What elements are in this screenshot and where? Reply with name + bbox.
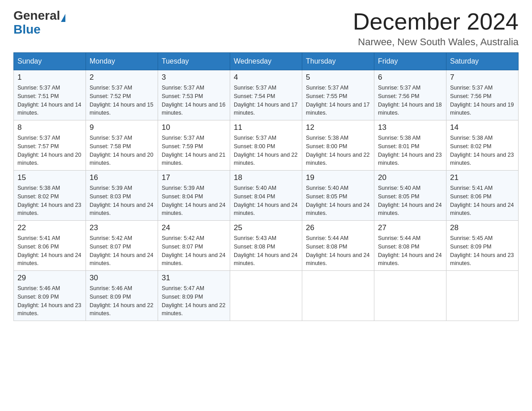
- sunrise-label: Sunrise: 5:37 AM: [90, 135, 132, 141]
- daylight-label: Daylight: 14 hours and 24 minutes.: [90, 202, 153, 217]
- sunrise-label: Sunrise: 5:37 AM: [306, 85, 348, 91]
- day-cell: 13 Sunrise: 5:38 AM Sunset: 8:01 PM Dayl…: [374, 120, 446, 171]
- sunrise-label: Sunrise: 5:37 AM: [17, 135, 60, 141]
- week-row-5: 29 Sunrise: 5:46 AM Sunset: 8:09 PM Dayl…: [14, 271, 519, 321]
- daylight-label: Daylight: 14 hours and 24 minutes.: [17, 252, 81, 267]
- daylight-label: Daylight: 14 hours and 24 minutes.: [234, 252, 297, 267]
- day-cell: 20 Sunrise: 5:40 AM Sunset: 8:05 PM Dayl…: [374, 171, 446, 221]
- day-info: Sunrise: 5:38 AM Sunset: 8:00 PM Dayligh…: [306, 134, 370, 167]
- sunset-label: Sunset: 7:52 PM: [90, 93, 131, 99]
- sunset-label: Sunset: 8:09 PM: [162, 294, 203, 300]
- sunset-label: Sunset: 7:59 PM: [162, 143, 203, 150]
- day-cell: 17 Sunrise: 5:39 AM Sunset: 8:04 PM Dayl…: [158, 171, 230, 221]
- month-title: December 2024: [353, 9, 519, 34]
- title-section: December 2024 Narwee, New South Wales, A…: [353, 9, 519, 48]
- day-info: Sunrise: 5:37 AM Sunset: 7:59 PM Dayligh…: [162, 134, 226, 167]
- day-info: Sunrise: 5:45 AM Sunset: 8:09 PM Dayligh…: [450, 234, 515, 268]
- sunrise-label: Sunrise: 5:46 AM: [90, 285, 132, 291]
- logo-blue-text: Blue: [13, 22, 41, 36]
- sunrise-label: Sunrise: 5:37 AM: [234, 135, 276, 141]
- day-cell: 2 Sunrise: 5:37 AM Sunset: 7:52 PM Dayli…: [86, 70, 158, 120]
- sunrise-label: Sunrise: 5:38 AM: [17, 185, 60, 191]
- daylight-label: Daylight: 14 hours and 24 minutes.: [306, 202, 369, 217]
- day-info: Sunrise: 5:37 AM Sunset: 7:54 PM Dayligh…: [234, 84, 298, 117]
- daylight-label: Daylight: 14 hours and 22 minutes.: [90, 302, 153, 317]
- day-number: 12: [306, 123, 370, 132]
- sunset-label: Sunset: 8:05 PM: [378, 193, 419, 200]
- sunrise-label: Sunrise: 5:38 AM: [378, 135, 420, 141]
- sunset-label: Sunset: 8:08 PM: [306, 244, 347, 250]
- daylight-label: Daylight: 14 hours and 24 minutes.: [378, 202, 442, 217]
- week-row-1: 1 Sunrise: 5:37 AM Sunset: 7:51 PM Dayli…: [14, 70, 519, 120]
- sunrise-label: Sunrise: 5:43 AM: [234, 235, 276, 241]
- sunset-label: Sunset: 8:01 PM: [378, 143, 419, 150]
- sunrise-label: Sunrise: 5:37 AM: [378, 85, 420, 91]
- day-cell: 14 Sunrise: 5:38 AM Sunset: 8:02 PM Dayl…: [446, 120, 519, 171]
- day-number: 6: [378, 73, 442, 82]
- day-info: Sunrise: 5:46 AM Sunset: 8:09 PM Dayligh…: [90, 284, 154, 318]
- day-info: Sunrise: 5:37 AM Sunset: 7:57 PM Dayligh…: [17, 134, 82, 167]
- day-info: Sunrise: 5:38 AM Sunset: 8:02 PM Dayligh…: [17, 184, 82, 218]
- day-info: Sunrise: 5:41 AM Sunset: 8:06 PM Dayligh…: [450, 184, 515, 218]
- day-cell: [302, 271, 374, 321]
- day-number: 27: [378, 223, 442, 232]
- daylight-label: Daylight: 14 hours and 19 minutes.: [450, 102, 514, 116]
- daylight-label: Daylight: 14 hours and 24 minutes.: [450, 202, 514, 217]
- daylight-label: Daylight: 14 hours and 16 minutes.: [162, 102, 225, 116]
- logo-general-line: General: [13, 9, 65, 23]
- day-number: 22: [17, 223, 82, 232]
- sunrise-label: Sunrise: 5:37 AM: [234, 85, 276, 91]
- day-number: 16: [90, 173, 154, 182]
- sunset-label: Sunset: 8:06 PM: [450, 193, 491, 200]
- sunset-label: Sunset: 7:56 PM: [378, 93, 419, 99]
- day-cell: 6 Sunrise: 5:37 AM Sunset: 7:56 PM Dayli…: [374, 70, 446, 120]
- day-info: Sunrise: 5:39 AM Sunset: 8:03 PM Dayligh…: [90, 184, 154, 218]
- day-info: Sunrise: 5:37 AM Sunset: 7:53 PM Dayligh…: [162, 84, 226, 117]
- day-number: 11: [234, 123, 298, 132]
- day-cell: 25 Sunrise: 5:43 AM Sunset: 8:08 PM Dayl…: [230, 221, 302, 271]
- daylight-label: Daylight: 14 hours and 20 minutes.: [90, 152, 153, 167]
- day-info: Sunrise: 5:43 AM Sunset: 8:08 PM Dayligh…: [234, 234, 298, 268]
- day-number: 23: [90, 223, 154, 232]
- sunset-label: Sunset: 8:09 PM: [17, 294, 59, 300]
- sunrise-label: Sunrise: 5:42 AM: [90, 235, 132, 241]
- daylight-label: Daylight: 14 hours and 15 minutes.: [90, 102, 153, 116]
- day-cell: 16 Sunrise: 5:39 AM Sunset: 8:03 PM Dayl…: [86, 171, 158, 221]
- sunset-label: Sunset: 7:54 PM: [234, 93, 275, 99]
- sunset-label: Sunset: 8:08 PM: [234, 244, 275, 250]
- sunset-label: Sunset: 8:03 PM: [90, 193, 131, 200]
- logo-blue-line: Blue: [13, 23, 41, 37]
- sunrise-label: Sunrise: 5:41 AM: [17, 235, 60, 241]
- day-cell: [374, 271, 446, 321]
- location-text: Narwee, New South Wales, Australia: [353, 36, 519, 48]
- sunset-label: Sunset: 8:00 PM: [306, 143, 347, 150]
- daylight-label: Daylight: 14 hours and 24 minutes.: [234, 202, 297, 217]
- day-cell: 29 Sunrise: 5:46 AM Sunset: 8:09 PM Dayl…: [14, 271, 86, 321]
- sunrise-label: Sunrise: 5:42 AM: [162, 235, 204, 241]
- sunrise-label: Sunrise: 5:37 AM: [90, 85, 132, 91]
- col-wednesday: Wednesday: [230, 53, 302, 70]
- daylight-label: Daylight: 14 hours and 24 minutes.: [90, 252, 153, 267]
- day-info: Sunrise: 5:42 AM Sunset: 8:07 PM Dayligh…: [90, 234, 154, 268]
- sunset-label: Sunset: 7:58 PM: [90, 143, 131, 150]
- day-number: 25: [234, 223, 298, 232]
- sunset-label: Sunset: 8:07 PM: [162, 244, 203, 250]
- day-info: Sunrise: 5:47 AM Sunset: 8:09 PM Dayligh…: [162, 284, 226, 318]
- sunrise-label: Sunrise: 5:41 AM: [450, 185, 493, 191]
- sunrise-label: Sunrise: 5:39 AM: [90, 185, 132, 191]
- day-info: Sunrise: 5:38 AM Sunset: 8:02 PM Dayligh…: [450, 134, 515, 167]
- header-row: Sunday Monday Tuesday Wednesday Thursday…: [14, 53, 519, 70]
- week-row-4: 22 Sunrise: 5:41 AM Sunset: 8:06 PM Dayl…: [14, 221, 519, 271]
- daylight-label: Daylight: 14 hours and 22 minutes.: [162, 302, 225, 317]
- day-info: Sunrise: 5:37 AM Sunset: 8:00 PM Dayligh…: [234, 134, 298, 167]
- sunset-label: Sunset: 8:02 PM: [450, 143, 491, 150]
- logo: General Blue: [13, 9, 65, 37]
- sunset-label: Sunset: 8:06 PM: [17, 244, 59, 250]
- day-cell: 30 Sunrise: 5:46 AM Sunset: 8:09 PM Dayl…: [86, 271, 158, 321]
- sunrise-label: Sunrise: 5:38 AM: [306, 135, 348, 141]
- day-cell: 10 Sunrise: 5:37 AM Sunset: 7:59 PM Dayl…: [158, 120, 230, 171]
- sunrise-label: Sunrise: 5:40 AM: [234, 185, 276, 191]
- day-info: Sunrise: 5:44 AM Sunset: 8:08 PM Dayligh…: [306, 234, 370, 268]
- sunrise-label: Sunrise: 5:45 AM: [450, 235, 493, 241]
- week-row-2: 8 Sunrise: 5:37 AM Sunset: 7:57 PM Dayli…: [14, 120, 519, 171]
